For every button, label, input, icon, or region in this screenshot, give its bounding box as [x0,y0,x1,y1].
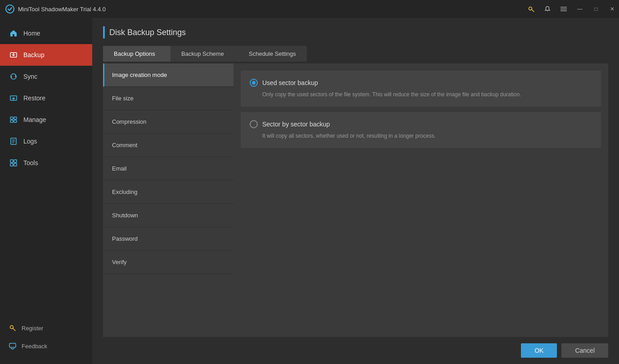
svg-line-2 [532,9,534,12]
radio-card-sector-by-sector[interactable]: Sector by sector backup It will copy all… [241,112,601,148]
tab-backup-scheme[interactable]: Backup Scheme [170,46,238,62]
sidebar-item-restore[interactable]: Restore [0,87,92,109]
feedback-icon [9,342,16,350]
options-list: Image creation mode File size Compressio… [103,63,233,337]
sidebar-nav: Home Backup [0,18,92,319]
sidebar-label-logs: Logs [23,138,37,145]
restore-icon [9,94,18,103]
menu-icon[interactable] [557,0,570,18]
tab-backup-options[interactable]: Backup Options [103,46,170,62]
svg-rect-21 [10,163,13,166]
tabs-row: Backup Options Backup Scheme Schedule Se… [92,46,619,62]
close-button[interactable]: ✕ [606,0,619,18]
titlebar: MiniTool ShadowMaker Trial 4.4.0 — [0,0,619,18]
sidebar-label-restore: Restore [23,94,45,102]
option-image-creation-mode[interactable]: Image creation mode [103,63,233,87]
manage-icon [9,115,18,124]
radio-card-used-sector[interactable]: Used sector backup Only copy the used se… [241,71,601,107]
maximize-button[interactable]: □ [589,0,603,18]
sidebar-item-manage[interactable]: Manage [0,109,92,130]
svg-rect-13 [10,120,13,122]
cancel-button[interactable]: Cancel [561,343,608,358]
window-controls: — □ ✕ [525,0,619,18]
footer: OK Cancel [92,337,619,364]
radio-header-used-sector: Used sector backup [250,79,592,87]
sidebar-label-backup: Backup [23,51,45,58]
svg-rect-12 [14,117,17,119]
tools-icon [9,158,18,167]
sidebar-label-register: Register [22,325,43,332]
sidebar-item-home[interactable]: Home [0,22,92,44]
key-icon[interactable] [525,0,538,18]
svg-rect-20 [14,160,17,162]
svg-rect-19 [10,160,13,162]
sidebar-item-feedback[interactable]: Feedback [0,337,92,355]
option-email[interactable]: Email [103,157,233,180]
register-icon [9,324,16,332]
svg-point-0 [6,5,14,13]
sidebar-label-tools: Tools [23,159,38,166]
svg-rect-22 [14,163,17,166]
option-verify[interactable]: Verify [103,251,233,274]
backup-icon [9,50,18,59]
svg-line-24 [13,328,16,331]
radio-desc-used-sector: Only copy the used sectors of the file s… [250,90,592,99]
option-comment[interactable]: Comment [103,134,233,157]
radio-sector-by-sector[interactable] [250,120,258,128]
radio-desc-sector-by-sector: It will copy all sectors, whether used o… [250,132,592,140]
sidebar-item-register[interactable]: Register [0,319,92,337]
logs-icon [9,137,18,146]
bell-icon[interactable] [541,0,554,18]
app-body: Home Backup [0,18,619,364]
sidebar-label-home: Home [23,30,40,37]
sidebar-label-sync: Sync [23,73,37,80]
radio-label-sector-by-sector: Sector by sector backup [262,121,330,128]
title-accent [103,26,105,39]
sidebar-item-tools[interactable]: Tools [0,152,92,174]
sidebar-item-sync[interactable]: Sync [0,66,92,87]
radio-header-sector-by-sector: Sector by sector backup [250,120,592,128]
sidebar-label-manage: Manage [23,116,46,123]
option-password[interactable]: Password [103,227,233,251]
svg-rect-14 [14,120,17,122]
sidebar-bottom: Register Feedback [0,319,92,364]
app-logo [5,4,14,13]
main-panel: Image creation mode File size Compressio… [92,63,619,337]
content-area: Disk Backup Settings Backup Options Back… [92,18,619,364]
sidebar-item-logs[interactable]: Logs [0,130,92,152]
home-icon [9,29,18,38]
page-title-bar: Disk Backup Settings [92,18,619,46]
options-content: Used sector backup Only copy the used se… [233,63,608,337]
svg-rect-11 [10,117,13,119]
option-excluding[interactable]: Excluding [103,180,233,204]
svg-rect-25 [9,343,16,347]
option-shutdown[interactable]: Shutdown [103,204,233,227]
tab-schedule-settings[interactable]: Schedule Settings [238,46,307,62]
radio-label-used-sector: Used sector backup [262,79,318,86]
ok-button[interactable]: OK [521,343,557,358]
radio-used-sector[interactable] [250,79,258,87]
option-compression[interactable]: Compression [103,110,233,134]
page-title: Disk Backup Settings [109,28,186,37]
sync-icon [9,72,18,81]
option-file-size[interactable]: File size [103,87,233,110]
sidebar: Home Backup [0,18,92,364]
minimize-button[interactable]: — [573,0,587,18]
sidebar-item-backup[interactable]: Backup [0,44,92,66]
sidebar-label-feedback: Feedback [22,343,47,350]
